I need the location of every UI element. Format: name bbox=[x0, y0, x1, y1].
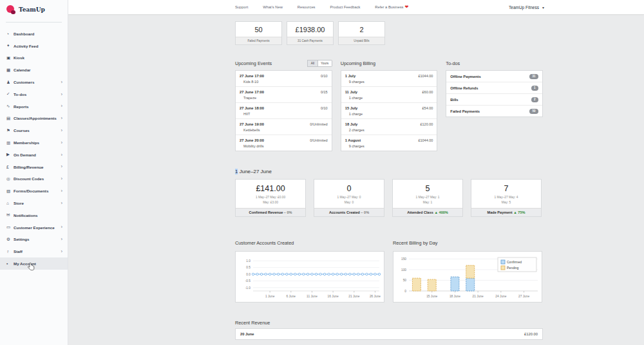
stat-card[interactable]: 50 Failed Payments bbox=[235, 21, 282, 45]
billing-charges: 1 charge bbox=[349, 96, 363, 100]
sidebar-item[interactable]: ▧ Forms/Documents › bbox=[0, 185, 68, 197]
change-percent: 75% bbox=[518, 210, 525, 214]
chart-legend[interactable]: ConfirmedPending bbox=[498, 257, 536, 272]
billing-row[interactable]: 11 July 1 charge £60.00 bbox=[341, 87, 437, 103]
chevron-right-icon: › bbox=[61, 80, 63, 85]
chevron-right-icon: › bbox=[61, 104, 63, 109]
summary-change: ▲ 400% bbox=[434, 210, 448, 214]
account-dropdown[interactable]: TeamUp Fitness ▾ bbox=[509, 5, 544, 10]
dashboard-content: 50 Failed Payments £1938.00 31 Cash Paym… bbox=[235, 21, 543, 340]
summary-card: 7 1 May–27 May: 4 May: 5 Made Payment ▲ … bbox=[471, 179, 542, 217]
sidebar-item-label: Store bbox=[14, 201, 61, 205]
stat-value: 2 bbox=[339, 22, 384, 37]
teamup-logo[interactable]: TeamUp bbox=[0, 0, 68, 18]
top-nav-link[interactable]: Product Feedback ❤ bbox=[330, 5, 365, 10]
billing-row[interactable]: 1 August 9 charges £1044.00 bbox=[341, 135, 437, 151]
event-row[interactable]: 27 June 17:00 Trapeze 0/15 bbox=[236, 87, 332, 103]
sidebar-nav: ◔ Dashboard › ✦ Activity Feed › ▣ Kiosk … bbox=[0, 28, 68, 270]
summary-card: 0 1 May–27 May: 0 May: 0 Accounts Create… bbox=[314, 179, 384, 217]
upcoming-billing-title: Upcoming Billing bbox=[341, 61, 375, 66]
top-nav-link[interactable]: Resources ❤ bbox=[298, 5, 321, 10]
todo-row[interactable]: Offline Refunds 1 bbox=[446, 82, 542, 94]
summary-compare-month: May: £3.00 bbox=[236, 200, 305, 205]
billing-row[interactable]: 15 July 1 charge £54.00 bbox=[341, 103, 437, 119]
sidebar-item[interactable]: ✓ To-dos › bbox=[0, 88, 68, 100]
sidebar-item[interactable]: ▥ Memberships › bbox=[0, 136, 68, 149]
sidebar-item-icon: £ bbox=[6, 165, 14, 169]
sidebar-item[interactable]: ✉ Notifications › bbox=[0, 209, 68, 221]
svg-text:-1.0: -1.0 bbox=[245, 286, 251, 290]
todo-count-badge: 1 bbox=[531, 86, 539, 91]
event-name: Trapeze bbox=[243, 96, 264, 100]
sidebar-item[interactable]: £ Billing/Revenue › bbox=[0, 161, 68, 173]
svg-text:18 June: 18 June bbox=[450, 295, 460, 298]
svg-text:21 June: 21 June bbox=[473, 295, 484, 298]
sidebar-item[interactable]: ▭ Customer Experience › bbox=[0, 221, 68, 234]
accounts-created-chart: Customer Accounts Created 1.00.50.0-0.5-… bbox=[235, 240, 384, 303]
sidebar-item[interactable]: ♟ Customers › bbox=[0, 76, 68, 88]
upcoming-billing-list: 1 July 9 charges £1044.00 11 July 1 char… bbox=[341, 70, 438, 151]
toggle-option[interactable]: Yours bbox=[318, 60, 332, 67]
top-nav-link[interactable]: What's New ❤ bbox=[263, 5, 288, 10]
summary-label: Attended Class bbox=[407, 210, 433, 214]
recent-revenue-title: Recent Revenue bbox=[235, 320, 543, 326]
sidebar-item-icon: ▣ bbox=[6, 55, 14, 61]
sidebar-item-icon: ▦ bbox=[6, 68, 14, 73]
chevron-right-icon: › bbox=[61, 189, 63, 194]
sidebar: TeamUp ◔ Dashboard › ✦ Activity Feed › ▣… bbox=[0, 0, 68, 345]
sidebar-item-icon: ⚙ bbox=[6, 237, 14, 242]
todo-row[interactable]: Bills 2 bbox=[446, 94, 542, 106]
sidebar-item[interactable]: ✦ Activity Feed › bbox=[0, 40, 68, 52]
summary-footer: Made Payment ▲ 75% bbox=[471, 208, 541, 216]
sidebar-item-icon: ⚑ bbox=[6, 128, 14, 133]
chevron-right-icon: › bbox=[61, 92, 63, 97]
event-datetime: 27 June 19:00 bbox=[240, 122, 264, 126]
sidebar-item[interactable]: ⌂ Store › bbox=[0, 197, 68, 209]
top-nav-link[interactable]: Support ❤ bbox=[235, 5, 253, 10]
event-name: HIIT bbox=[243, 112, 264, 116]
billing-by-day-chart-box: 05010015015 June18 June21 June24 June27 … bbox=[393, 251, 542, 303]
sidebar-item-label: Memberships bbox=[14, 140, 61, 145]
sidebar-item[interactable]: ∿ Reports › bbox=[0, 100, 68, 113]
event-row[interactable]: 27 June 20:00 Mobility drills 0/Unlimite… bbox=[236, 135, 332, 151]
chevron-right-icon: › bbox=[61, 164, 63, 169]
sidebar-item-label: Customer Experience bbox=[14, 225, 61, 230]
sidebar-item[interactable]: ⚙ Settings › bbox=[0, 234, 68, 246]
sidebar-item-label: Discount Codes bbox=[14, 176, 61, 181]
sidebar-item[interactable]: ▦ Calendar › bbox=[0, 64, 68, 76]
todo-row[interactable]: Offline Payments 31 bbox=[446, 71, 542, 82]
revenue-row[interactable]: 20 June £120.00 bbox=[235, 328, 543, 340]
top-nav-link[interactable]: Refer a Business ❤ bbox=[375, 5, 408, 10]
todo-row[interactable]: Failed Payments 50 bbox=[446, 106, 542, 117]
stats-row: 50 Failed Payments £1938.00 31 Cash Paym… bbox=[235, 21, 543, 45]
stat-value: 50 bbox=[236, 22, 281, 37]
stat-card[interactable]: £1938.00 31 Cash Payments bbox=[287, 21, 334, 45]
top-nav-link-label: Support bbox=[235, 5, 248, 9]
sidebar-item[interactable]: ▤ Classes/Appointments › bbox=[0, 113, 68, 125]
event-row[interactable]: 27 June 18:00 HIIT 0/10 bbox=[236, 103, 332, 119]
event-capacity: 0/10 bbox=[321, 74, 328, 84]
sidebar-item[interactable]: ♇ Staff › bbox=[0, 245, 68, 257]
bar-chart-svg: 05010015015 June18 June21 June24 June27 … bbox=[393, 252, 542, 302]
sidebar-item[interactable]: ▶ On Demand › bbox=[0, 149, 68, 161]
event-row[interactable]: 27 June 19:00 Kettlebells 0/Unlimited bbox=[236, 119, 332, 135]
event-row[interactable]: 27 June 17:00 Kids 8-10 0/10 bbox=[236, 71, 332, 87]
billing-row[interactable]: 1 July 9 charges £1044.00 bbox=[341, 71, 437, 87]
sidebar-item-label: Calendar bbox=[14, 68, 61, 72]
sidebar-item[interactable]: ◔ Dashboard › bbox=[0, 28, 68, 40]
stat-card[interactable]: 2 Unpaid Bills bbox=[338, 21, 385, 45]
stat-label: Failed Payments bbox=[236, 37, 281, 44]
sidebar-item[interactable]: ⚑ Courses › bbox=[0, 124, 68, 136]
sidebar-item-icon: ✓ bbox=[6, 91, 14, 97]
todo-label: Offline Payments bbox=[450, 75, 480, 79]
summary-cards-row: £141.00 1 May–27 May: £0.00 May: £3.00 C… bbox=[235, 179, 543, 217]
event-datetime: 27 June 17:00 bbox=[240, 74, 264, 78]
sidebar-item[interactable]: ▣ Kiosk › bbox=[0, 52, 68, 64]
toggle-option[interactable]: All bbox=[307, 60, 317, 67]
billing-row[interactable]: 18 July 2 charges £120.00 bbox=[341, 119, 437, 135]
sidebar-item-icon: ♟ bbox=[6, 80, 14, 85]
sidebar-item[interactable]: ◎ Discount Codes › bbox=[0, 173, 68, 185]
top-nav-link-label: What's New bbox=[263, 5, 283, 9]
stat-label: Unpaid Bills bbox=[339, 37, 384, 44]
change-arrow-icon: ▲ bbox=[513, 210, 517, 214]
